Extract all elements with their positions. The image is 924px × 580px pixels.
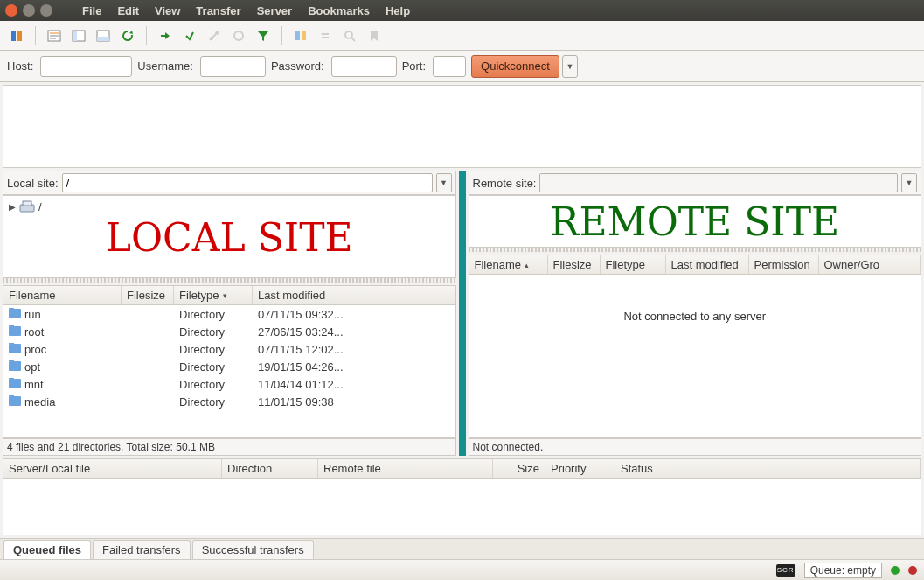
host-label: Host: [7,59,33,73]
remote-site-bar: Remote site: ▼ [469,171,922,195]
remote-overlay-label: REMOTE SITE [550,199,839,244]
col-filetype[interactable]: Filetype ▾ [174,286,253,304]
toggle-queue-icon[interactable] [94,26,113,45]
search-icon[interactable] [340,26,359,45]
svg-rect-7 [73,31,77,41]
col-status[interactable]: Status [615,459,921,478]
password-input[interactable] [331,56,397,77]
titlebar: File Edit View Transfer Server Bookmarks… [0,0,924,21]
svg-rect-1 [17,31,22,41]
local-file-list[interactable]: Filename Filesize Filetype ▾ Last modifi… [3,285,456,438]
cancel-icon[interactable] [180,26,199,45]
svg-rect-0 [11,31,16,41]
quickconnect-history-dropdown[interactable]: ▼ [562,55,578,78]
tree-root-label[interactable]: / [38,200,42,213]
file-row[interactable]: mediaDirectory11/01/15 09:38 [3,393,455,410]
svg-rect-14 [302,31,306,40]
vertical-splitter[interactable] [459,171,466,456]
col-server-local-file[interactable]: Server/Local file [3,459,222,478]
username-input[interactable] [200,56,266,77]
remote-path-dropdown[interactable]: ▼ [901,173,917,192]
file-row[interactable]: optDirectory19/01/15 04:26... [3,358,455,375]
menu-view[interactable]: View [148,2,187,20]
filter-icon[interactable] [254,26,273,45]
tab-failed-transfers[interactable]: Failed transfers [93,540,191,559]
menu-server[interactable]: Server [250,2,299,20]
col-remote-file[interactable]: Remote file [318,459,493,478]
quickconnect-button[interactable]: Quickconnect [471,55,559,78]
file-row[interactable]: rootDirectory27/06/15 03:24... [3,323,455,340]
window-close-button[interactable] [5,4,17,17]
col-permissions[interactable]: Permission [749,255,819,274]
port-input[interactable] [433,56,466,77]
file-row[interactable]: runDirectory07/11/15 09:32... [3,305,455,323]
col-filesize[interactable]: Filesize [548,255,601,274]
tab-successful-transfers[interactable]: Successful transfers [192,540,314,559]
expand-icon[interactable]: ▶ [9,202,16,212]
sync-browse-icon[interactable] [316,26,335,45]
transfer-header[interactable]: Server/Local file Direction Remote file … [3,459,921,479]
bookmark-icon[interactable] [365,26,384,45]
col-filesize[interactable]: Filesize [122,286,174,304]
col-filename[interactable]: Filename ▴ [469,255,548,274]
local-path-input[interactable] [62,173,433,192]
site-manager-icon[interactable] [7,26,26,45]
col-filename[interactable]: Filename [3,286,122,304]
menu-bookmarks[interactable]: Bookmarks [301,2,377,20]
transfer-queue[interactable]: Server/Local file Direction Remote file … [3,458,921,535]
file-name: root [24,325,44,339]
menu-file[interactable]: File [75,2,108,20]
remote-tree[interactable]: REMOTE SITE [469,195,922,248]
file-type: Directory [174,395,253,409]
local-tree[interactable]: ▶ / LOCAL SITE [3,195,456,278]
menubar: File Edit View Transfer Server Bookmarks… [58,2,417,20]
local-list-header[interactable]: Filename Filesize Filetype ▾ Last modifi… [3,286,455,305]
compare-icon[interactable] [291,26,310,45]
menu-edit[interactable]: Edit [110,2,146,20]
tab-queued-files[interactable]: Queued files [3,540,91,559]
col-filetype[interactable]: Filetype [601,255,666,274]
sort-asc-icon: ▴ [525,261,529,269]
scr-indicator: SCR [776,564,795,577]
message-log[interactable] [3,85,921,168]
file-modified: 11/04/14 01:12... [253,378,455,391]
menu-help[interactable]: Help [379,2,417,20]
refresh-icon[interactable] [118,26,137,45]
file-row[interactable]: procDirectory07/11/15 12:02... [3,340,455,358]
col-owner[interactable]: Owner/Gro [819,255,921,274]
chevron-down-icon: ▼ [906,178,914,187]
remote-status: Not connected. [469,438,922,456]
menu-transfer[interactable]: Transfer [189,2,247,20]
toggle-tree-icon[interactable] [69,26,88,45]
col-direction[interactable]: Direction [222,459,318,478]
reconnect-icon[interactable] [229,26,248,45]
local-horizontal-splitter[interactable] [3,278,456,283]
col-last-modified[interactable]: Last modified [253,286,455,304]
col-last-modified[interactable]: Last modified [666,255,749,274]
drive-icon [19,199,35,213]
remote-list-header[interactable]: Filename ▴ Filesize Filetype Last modifi… [469,255,921,275]
col-priority[interactable]: Priority [545,459,615,478]
window-minimize-button[interactable] [23,4,35,17]
port-label: Port: [402,59,426,73]
svg-rect-13 [295,31,300,40]
folder-icon [9,344,21,353]
queue-status[interactable]: Queue: empty [804,563,882,578]
activity-indicator-1 [891,566,900,575]
chevron-down-icon: ▼ [566,62,573,71]
activity-indicator-2 [908,566,917,575]
remote-empty-message: Not connected to any server [469,275,921,323]
host-input[interactable] [40,56,132,77]
disconnect-icon[interactable] [205,26,224,45]
file-name: proc [24,343,46,356]
process-queue-icon[interactable] [156,26,175,45]
window-maximize-button[interactable] [40,4,52,17]
local-path-dropdown[interactable]: ▼ [436,173,452,192]
col-size[interactable]: Size [493,459,545,478]
remote-path-input[interactable] [539,173,898,192]
file-row[interactable]: mntDirectory11/04/14 01:12... [3,375,455,393]
remote-file-list[interactable]: Filename ▴ Filesize Filetype Last modifi… [469,255,922,438]
remote-horizontal-splitter[interactable] [469,248,922,252]
folder-icon [9,361,21,371]
toggle-log-icon[interactable] [45,26,64,45]
